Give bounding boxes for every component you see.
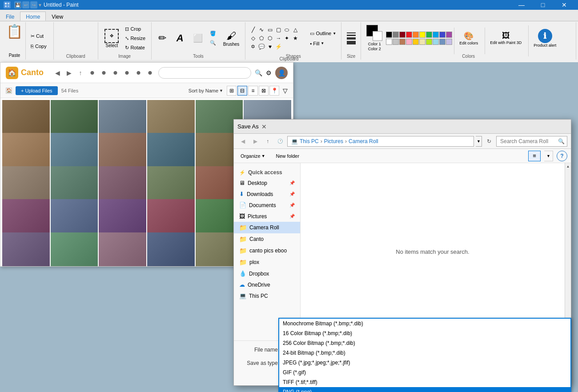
thumb-20[interactable] xyxy=(51,199,98,235)
nav-recent-btn[interactable]: 🕐 xyxy=(275,136,285,147)
roundrect-shape[interactable]: ▢ xyxy=(274,26,282,34)
dropdown-item-1[interactable]: 16 Color Bitmap (*.bmp;*.dib) xyxy=(279,328,570,338)
color-swatch-r2-1[interactable] xyxy=(393,39,399,45)
outline-btn[interactable]: ▭ Outline ▼ xyxy=(308,29,338,38)
canto-settings-btn[interactable]: ⚙ xyxy=(266,69,272,76)
nav-dot1[interactable]: ⬤ xyxy=(87,68,97,78)
color-swatch-r2-6[interactable] xyxy=(426,39,432,45)
color-swatch-r1-8[interactable] xyxy=(439,32,446,38)
thumb-27[interactable] xyxy=(99,232,146,266)
select-btn[interactable]: ✥ Select xyxy=(101,27,122,50)
ellipse-shape[interactable]: ⬭ xyxy=(283,26,291,34)
color-swatch-r2-9[interactable] xyxy=(446,39,452,45)
breadcrumb-pictures[interactable]: Pictures xyxy=(324,138,343,144)
search-icon-btn[interactable]: 🔍 xyxy=(557,137,566,146)
thumb-28[interactable] xyxy=(147,232,195,266)
color-swatch-r1-7[interactable] xyxy=(433,32,439,38)
upload-btn[interactable]: + Upload Files xyxy=(16,86,58,95)
thumb-10[interactable] xyxy=(147,133,195,168)
canto-search-btn[interactable]: 🔍 xyxy=(255,69,262,76)
redo-icon[interactable]: ↪ xyxy=(30,1,37,8)
view-btn-5[interactable]: 📍 xyxy=(269,86,279,96)
quick-access-header[interactable]: ⚡ Quick access xyxy=(234,167,300,177)
canto-filter-btn[interactable]: ▽ xyxy=(283,87,288,94)
rotate-btn[interactable]: ↻ Rotate xyxy=(123,44,148,52)
maximize-btn[interactable]: □ xyxy=(533,0,553,10)
sort-btn[interactable]: Sort by Name ▼ xyxy=(189,88,223,93)
dropdown-item-0[interactable]: Monochrome Bitmap (*.bmp;*.dib) xyxy=(279,319,570,328)
color-swatch-r1-4[interactable] xyxy=(413,32,419,38)
nav-back[interactable]: ◀ xyxy=(52,68,62,78)
tab-file[interactable]: File xyxy=(0,12,20,21)
dialog-close-btn[interactable]: ✕ xyxy=(259,121,269,132)
pencil-btn[interactable]: ✏ xyxy=(154,31,170,46)
resize-btn[interactable]: ⤡ Resize xyxy=(123,34,148,43)
callout-shape[interactable]: 💬 xyxy=(257,43,265,51)
view-dropdown-btn[interactable]: ▼ xyxy=(544,151,553,161)
star4-shape[interactable]: ✦ xyxy=(283,34,291,42)
size-line-2[interactable] xyxy=(347,35,356,36)
thumb-14[interactable] xyxy=(51,166,98,202)
breadcrumb-thispc[interactable]: This PC xyxy=(300,138,319,144)
dropdown-item-5[interactable]: GIF (*.gif) xyxy=(279,368,570,377)
color-swatch-r1-3[interactable] xyxy=(406,32,412,38)
view-btn-2[interactable]: ⊟ xyxy=(237,86,247,96)
thumb-13[interactable] xyxy=(2,166,50,202)
diamond-shape[interactable]: ◇ xyxy=(249,34,257,42)
nav-dot4[interactable]: ⬤ xyxy=(122,68,132,78)
sidebar-downloads[interactable]: ⬇ Downloads 📌 xyxy=(234,188,300,200)
color-swatch-r2-8[interactable] xyxy=(439,39,446,45)
dropdown-item-7[interactable]: PNG (*.png) xyxy=(279,387,570,392)
color-swatch-r2-2[interactable] xyxy=(399,39,405,45)
breadcrumb-cameraroll[interactable]: Camera Roll xyxy=(349,138,378,144)
color-swatch-r1-9[interactable] xyxy=(446,32,452,38)
undo-icon[interactable]: ↩ xyxy=(22,1,29,8)
size-line-3[interactable] xyxy=(347,37,356,40)
view-btn-4[interactable]: ⊠ xyxy=(259,86,269,96)
nav-dot3[interactable]: ⬤ xyxy=(110,68,120,78)
folder-nav-icon[interactable]: 🏠 xyxy=(6,88,12,94)
dropdown-item-2[interactable]: 256 Color Bitmap (*.bmp;*.dib) xyxy=(279,338,570,348)
view-btn-1[interactable]: ⊞ xyxy=(227,86,237,96)
thumb-22[interactable] xyxy=(147,199,195,235)
dialog-scrollbar[interactable]: ▲ ▼ xyxy=(565,163,571,340)
pentagon-shape[interactable]: ⬠ xyxy=(257,34,265,42)
tab-home[interactable]: Home xyxy=(20,12,46,21)
color-swatch-r2-3[interactable] xyxy=(406,39,412,45)
star6-shape[interactable]: ✡ xyxy=(249,43,257,51)
thumb-19[interactable] xyxy=(2,199,50,235)
thumb-26[interactable] xyxy=(51,232,98,266)
view-btn-3[interactable]: ≡ xyxy=(248,86,258,96)
thumb-15[interactable] xyxy=(99,166,146,202)
hexagon-shape[interactable]: ⬡ xyxy=(266,34,274,42)
thumb-7[interactable] xyxy=(2,133,50,168)
magnifier-btn[interactable]: 🔍 xyxy=(208,39,218,47)
curve-shape[interactable]: ∿ xyxy=(257,26,265,34)
nav-forward-btn[interactable]: ▶ xyxy=(250,136,261,147)
new-folder-btn[interactable]: New folder xyxy=(272,152,304,160)
eraser-btn[interactable]: ⬜ xyxy=(190,32,206,45)
scroll-up-btn[interactable]: ▲ xyxy=(565,163,571,169)
fill-color-btn[interactable]: 🪣 xyxy=(208,29,218,38)
refresh-btn[interactable]: ↻ xyxy=(484,136,494,147)
size-line-4[interactable] xyxy=(347,41,356,44)
text-btn[interactable]: A xyxy=(172,31,188,46)
dropdown-item-4[interactable]: JPEG (*.jpg;*.jpeg;*.jpe;*.jfif) xyxy=(279,358,570,368)
cut-btn[interactable]: ✂ Cut xyxy=(28,32,49,40)
paste-btn[interactable]: 📋 Paste xyxy=(4,22,26,60)
thumb-25[interactable] xyxy=(2,232,50,266)
color-swatch-r2-5[interactable] xyxy=(419,39,425,45)
lightning-shape[interactable]: ⚡ xyxy=(274,43,282,51)
nav-dot5[interactable]: ⬤ xyxy=(133,68,143,78)
scroll-track[interactable] xyxy=(565,169,571,334)
paint3d-btn[interactable]: 🖼 Edit with Paint 3D xyxy=(487,29,525,47)
sidebar-desktop[interactable]: 🖥 Desktop 📌 xyxy=(234,177,300,188)
canto-search[interactable] xyxy=(158,67,251,79)
color-swatch-r2-4[interactable] xyxy=(413,39,419,45)
triangle-shape[interactable]: △ xyxy=(291,26,299,34)
nav-dot6[interactable]: ⬤ xyxy=(145,68,155,78)
fill-btn[interactable]: ▪ Fill ▼ xyxy=(308,40,338,48)
tab-view[interactable]: View xyxy=(46,12,69,21)
rect-shape[interactable]: ▭ xyxy=(266,26,274,34)
thumb-1[interactable] xyxy=(2,100,50,136)
